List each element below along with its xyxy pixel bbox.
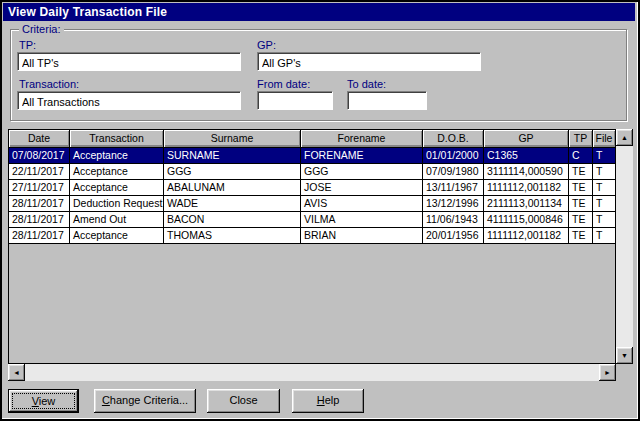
scroll-up-icon[interactable]: ▲: [616, 129, 633, 146]
cell: Acceptance: [70, 164, 164, 180]
cell: T: [593, 212, 615, 228]
grid-main: DateTransactionSurnameForenameD.O.B.GPTP…: [8, 129, 616, 364]
column-header[interactable]: TP: [569, 130, 593, 148]
cell: Acceptance: [70, 180, 164, 196]
gp-input[interactable]: [257, 52, 481, 71]
cell: Acceptance: [70, 228, 164, 244]
table-row[interactable]: 07/08/2017AcceptanceSURNAMEFORENAME01/01…: [9, 148, 615, 164]
cell: 11/06/1943: [423, 212, 484, 228]
cell: AVIS: [301, 196, 423, 212]
cell: C: [569, 148, 593, 164]
table-row[interactable]: 28/11/2017AcceptanceTHOMASBRIAN20/01/195…: [9, 228, 615, 244]
cell: Acceptance: [70, 148, 164, 164]
close-button[interactable]: Close: [207, 389, 280, 413]
vertical-scrollbar[interactable]: ▲ ▼: [616, 129, 633, 364]
cell: BACON: [164, 212, 301, 228]
table-row[interactable]: 27/11/2017AcceptanceABALUNAMJOSE13/11/19…: [9, 180, 615, 196]
column-header[interactable]: File: [593, 130, 615, 148]
title-bar: View Daily Transaction File: [3, 3, 635, 21]
transaction-input[interactable]: [17, 91, 241, 110]
cell: 20/01/1956: [423, 228, 484, 244]
column-header[interactable]: Transaction: [70, 130, 164, 148]
cell: 07/09/1980: [423, 164, 484, 180]
cell: 28/11/2017: [9, 212, 70, 228]
cell: T: [593, 180, 615, 196]
cell: JOSE: [301, 180, 423, 196]
cell: 27/11/2017: [9, 180, 70, 196]
cell: 3111114,000590: [484, 164, 569, 180]
dialog-window: View Daily Transaction File Criteria: TP…: [0, 0, 640, 421]
cell: GGG: [301, 164, 423, 180]
from-date-input[interactable]: [257, 91, 333, 110]
window-title: View Daily Transaction File: [8, 5, 167, 19]
cell: FORENAME: [301, 148, 423, 164]
transaction-label: Transaction:: [19, 78, 79, 90]
cell: TE: [569, 212, 593, 228]
cell: 2111113,001134: [484, 196, 569, 212]
cell: TE: [569, 228, 593, 244]
cell: Deduction Request: [70, 196, 164, 212]
change-criteria-button[interactable]: Change Criteria...: [94, 389, 196, 413]
cell: WADE: [164, 196, 301, 212]
cell: 1111112,001182: [484, 228, 569, 244]
table-row[interactable]: 28/11/2017Amend OutBACONVILMA11/06/19434…: [9, 212, 615, 228]
cell: T: [593, 148, 615, 164]
cell: 22/11/2017: [9, 164, 70, 180]
column-header[interactable]: D.O.B.: [423, 130, 484, 148]
cell: T: [593, 196, 615, 212]
to-date-label: To date:: [347, 78, 386, 90]
tp-label: TP:: [19, 39, 36, 51]
scrollbar-corner: [616, 364, 633, 381]
scroll-down-icon[interactable]: ▼: [616, 347, 633, 364]
cell: 4111115,000846: [484, 212, 569, 228]
cell: C1365: [484, 148, 569, 164]
cell: TE: [569, 196, 593, 212]
grid-body: 07/08/2017AcceptanceSURNAMEFORENAME01/01…: [9, 148, 615, 244]
column-header[interactable]: Forename: [301, 130, 423, 148]
from-date-label: From date:: [257, 78, 310, 90]
cell: GGG: [164, 164, 301, 180]
transaction-grid: DateTransactionSurnameForenameD.O.B.GPTP…: [8, 129, 633, 381]
cell: 13/12/1996: [423, 196, 484, 212]
scroll-right-icon[interactable]: ►: [599, 364, 616, 381]
scroll-left-icon[interactable]: ◄: [8, 364, 25, 381]
table-row[interactable]: 28/11/2017Deduction RequestWADEAVIS13/12…: [9, 196, 615, 212]
cell: BRIAN: [301, 228, 423, 244]
cell: 1111112,001182: [484, 180, 569, 196]
cell: 07/08/2017: [9, 148, 70, 164]
cell: SURNAME: [164, 148, 301, 164]
cell: 13/11/1967: [423, 180, 484, 196]
cell: 28/11/2017: [9, 196, 70, 212]
horizontal-scrollbar[interactable]: ◄ ►: [8, 364, 616, 381]
cell: TE: [569, 164, 593, 180]
cell: 28/11/2017: [9, 228, 70, 244]
column-header[interactable]: Surname: [164, 130, 301, 148]
column-header[interactable]: GP: [484, 130, 569, 148]
to-date-input[interactable]: [347, 91, 427, 110]
cell: T: [593, 164, 615, 180]
cell: T: [593, 228, 615, 244]
cell: VILMA: [301, 212, 423, 228]
help-button[interactable]: Help: [292, 389, 364, 413]
gp-label: GP:: [257, 39, 276, 51]
grid-header: DateTransactionSurnameForenameD.O.B.GPTP…: [9, 130, 615, 148]
table-row[interactable]: 22/11/2017AcceptanceGGGGGG07/09/19803111…: [9, 164, 615, 180]
criteria-group: Criteria: TP: GP: Transaction: From date…: [10, 29, 627, 121]
criteria-group-label: Criteria:: [19, 23, 64, 35]
cell: TE: [569, 180, 593, 196]
view-button[interactable]: View: [8, 389, 79, 413]
cell: Amend Out: [70, 212, 164, 228]
cell: ABALUNAM: [164, 180, 301, 196]
cell: 01/01/2000: [423, 148, 484, 164]
column-header[interactable]: Date: [9, 130, 70, 148]
tp-input[interactable]: [17, 52, 241, 71]
cell: THOMAS: [164, 228, 301, 244]
